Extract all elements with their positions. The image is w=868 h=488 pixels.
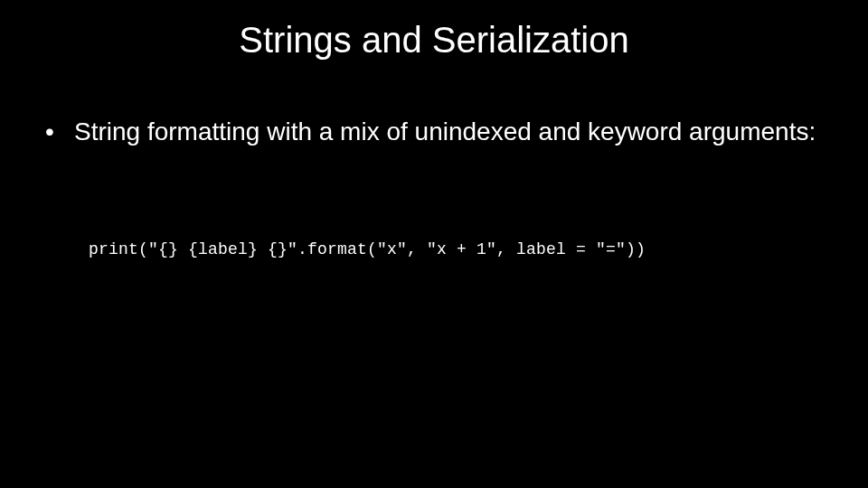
slide: Strings and Serialization • String forma…	[0, 0, 868, 488]
code-line: print("{} {label} {}".format("x", "x + 1…	[89, 240, 646, 258]
slide-title: Strings and Serialization	[0, 20, 868, 61]
bullet-marker: •	[43, 116, 74, 147]
bullet-text: String formatting with a mix of unindexe…	[74, 116, 825, 147]
bullet-item: • String formatting with a mix of uninde…	[43, 116, 825, 147]
slide-body: • String formatting with a mix of uninde…	[43, 116, 825, 147]
